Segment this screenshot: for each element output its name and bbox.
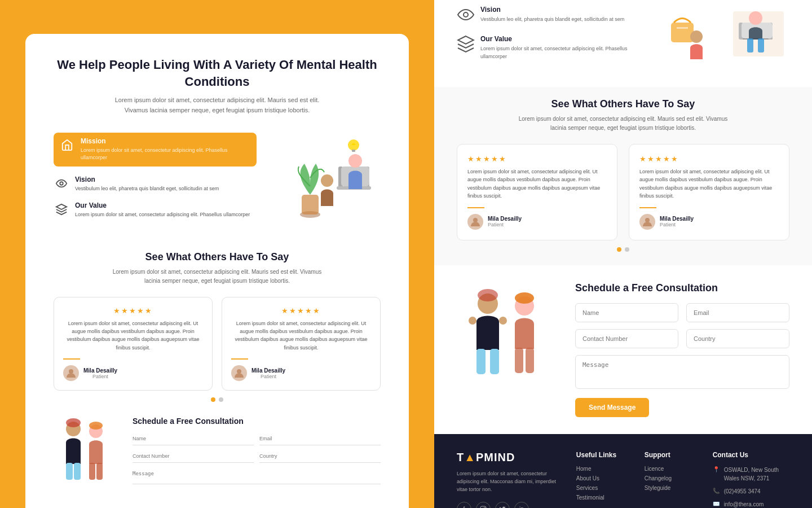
left-avatar-1 bbox=[63, 365, 79, 381]
right-message-input[interactable] bbox=[575, 355, 789, 389]
right-name-input[interactable] bbox=[575, 303, 678, 322]
right-author-1: Mila Desailly Patient bbox=[467, 214, 607, 230]
svg-point-28 bbox=[749, 11, 762, 25]
right-panel: Vision Vestibulum leo elit, pharetra qui… bbox=[434, 0, 812, 508]
right-testimonials-subtitle: Lorem ipsum dolor sit amet, consectetur … bbox=[516, 115, 730, 133]
footer-link-changelog[interactable]: Changelog bbox=[645, 475, 696, 481]
left-schedule-illustration bbox=[54, 413, 121, 494]
svg-rect-45 bbox=[526, 348, 534, 373]
left-country-input[interactable] bbox=[259, 450, 381, 463]
hero-illustration bbox=[268, 133, 381, 234]
social-linkedin[interactable]: in bbox=[514, 502, 529, 508]
footer-brand-col: T▲PMIND Lorem ipsum dolor sit amet, cons… bbox=[457, 451, 559, 508]
right-dot-2[interactable] bbox=[625, 247, 629, 252]
email-icon: ✉️ bbox=[713, 501, 720, 507]
hero-title: We Help People Living With A Variety Of … bbox=[54, 56, 381, 90]
svg-point-20 bbox=[66, 418, 81, 427]
right-email-input[interactable] bbox=[686, 303, 789, 322]
svg-point-0 bbox=[60, 182, 63, 185]
footer-link-home[interactable]: Home bbox=[576, 466, 628, 472]
right-dot-1[interactable] bbox=[617, 247, 621, 252]
right-top-illustration bbox=[643, 6, 789, 76]
features-row: Mission Lorem ipsum dolor sit amet, cons… bbox=[54, 133, 381, 234]
left-contact-input[interactable] bbox=[133, 450, 254, 463]
svg-rect-37 bbox=[476, 349, 486, 374]
svg-rect-30 bbox=[758, 38, 764, 52]
right-schedule-section: Schedule a Free Consultation Send Messag… bbox=[434, 265, 812, 434]
left-author-info-1: Mila Desailly Patient bbox=[83, 367, 117, 379]
svg-point-40 bbox=[469, 317, 476, 325]
footer-link-about[interactable]: About Us bbox=[576, 475, 628, 481]
mission-icon bbox=[59, 137, 75, 153]
phone-icon: 📞 bbox=[713, 488, 720, 494]
svg-point-43 bbox=[515, 292, 534, 304]
left-panel: We Help People Living With A Variety Of … bbox=[0, 0, 434, 508]
footer-phone-item: 📞 (02)4955 3474 bbox=[713, 487, 789, 496]
footer-grid: T▲PMIND Lorem ipsum dolor sit amet, cons… bbox=[457, 451, 789, 508]
footer-phone: (02)4955 3474 bbox=[724, 487, 761, 496]
footer-support-title: Support bbox=[645, 451, 696, 459]
left-message-input[interactable] bbox=[133, 467, 381, 484]
right-contact-input[interactable] bbox=[575, 329, 678, 348]
dot-2[interactable] bbox=[219, 397, 223, 402]
right-divider-2 bbox=[639, 207, 656, 208]
footer-support-col: Support Licence Changelog Styleguide bbox=[645, 451, 696, 508]
left-author-1: Mila Desailly Patient bbox=[63, 365, 203, 381]
right-author-2: Mila Desailly Patient bbox=[639, 214, 779, 230]
footer-link-services[interactable]: Services bbox=[576, 485, 628, 491]
left-testimonials-subtitle: Lorem ipsum dolor sit amet, consectetur … bbox=[110, 268, 324, 286]
left-name-input[interactable] bbox=[133, 432, 254, 445]
right-testimonial-card-1: ★★★★★ Lorem ipsum dolor sit amet, consec… bbox=[457, 144, 617, 240]
feature-mission[interactable]: Mission Lorem ipsum dolor sit amet, cons… bbox=[54, 133, 257, 167]
send-message-button[interactable]: Send Message bbox=[575, 398, 649, 417]
right-divider-1 bbox=[467, 207, 484, 208]
right-vision-text: Vision Vestibulum leo elit, pharetra qui… bbox=[480, 6, 624, 24]
footer: T▲PMIND Lorem ipsum dolor sit amet, cons… bbox=[434, 434, 812, 508]
right-testimonial-text-2: Lorem ipsum dolor sit amet, consectetur … bbox=[639, 168, 779, 200]
social-instagram[interactable] bbox=[476, 502, 491, 508]
social-facebook[interactable]: f bbox=[457, 502, 471, 508]
footer-link-licence[interactable]: Licence bbox=[645, 466, 696, 472]
left-email-input[interactable] bbox=[259, 432, 381, 445]
right-testimonials-grid: ★★★★★ Lorem ipsum dolor sit amet, consec… bbox=[457, 144, 789, 240]
left-stars-2: ★★★★★ bbox=[231, 306, 371, 315]
svg-point-39 bbox=[478, 289, 498, 301]
left-form-row-1 bbox=[133, 432, 381, 445]
left-carousel-dots bbox=[54, 397, 381, 402]
vision-icon bbox=[54, 176, 69, 191]
right-author-info-2: Mila Desailly Patient bbox=[660, 216, 694, 227]
right-schedule-form: Schedule a Free Consultation Send Messag… bbox=[575, 282, 789, 417]
footer-link-testimonial[interactable]: Testimonial bbox=[576, 494, 628, 501]
left-testimonial-card-1: ★★★★★ Lorem ipsum dolor sit amet, consec… bbox=[54, 297, 213, 391]
feature-vision[interactable]: Vision Vestibulum leo elit, pharetra qui… bbox=[54, 176, 257, 193]
svg-point-33 bbox=[690, 30, 703, 43]
left-testimonial-text-2: Lorem ipsum dolor sit amet, consectetur … bbox=[231, 319, 371, 352]
right-features-col: Vision Vestibulum leo elit, pharetra qui… bbox=[457, 6, 632, 60]
left-author-2: Mila Desailly Patient bbox=[231, 365, 371, 381]
left-testimonial-text-1: Lorem ipsum dolor sit amet, consectetur … bbox=[63, 319, 203, 352]
feature-vision-text: Vision Vestibulum leo elit, pharetra qui… bbox=[75, 176, 219, 193]
footer-useful-links-title: Useful Links bbox=[576, 451, 628, 459]
svg-point-22 bbox=[464, 12, 468, 17]
dot-1[interactable] bbox=[211, 397, 215, 402]
svg-point-41 bbox=[499, 317, 507, 325]
social-twitter[interactable] bbox=[495, 502, 510, 508]
right-feature-vision: Vision Vestibulum leo elit, pharetra qui… bbox=[457, 6, 632, 24]
left-divider-1 bbox=[63, 358, 80, 360]
svg-rect-29 bbox=[747, 38, 753, 52]
hero-subtitle: Lorem ipsum dolor sit amet, consectetur … bbox=[110, 95, 324, 115]
svg-rect-2 bbox=[302, 195, 319, 214]
svg-rect-32 bbox=[677, 27, 688, 29]
left-schedule-title: Schedule a Free Consultation bbox=[133, 417, 381, 426]
footer-address: OSWALD, New South Wales NSW, 2371 bbox=[724, 466, 789, 483]
svg-rect-18 bbox=[89, 463, 95, 480]
footer-link-styleguide[interactable]: Styleguide bbox=[645, 485, 696, 491]
feature-value[interactable]: Our Value Lorem ipsum dolor sit amet, co… bbox=[54, 202, 257, 219]
footer-logo: T▲PMIND bbox=[457, 451, 559, 464]
footer-address-item: 📍 OSWALD, New South Wales NSW, 2371 bbox=[713, 466, 789, 483]
right-avatar-2 bbox=[639, 214, 655, 230]
right-author-info-1: Mila Desailly Patient bbox=[488, 216, 522, 227]
right-stars-2: ★★★★★ bbox=[639, 155, 779, 163]
right-country-input[interactable] bbox=[686, 329, 789, 348]
footer-email: info@thera.com bbox=[724, 500, 764, 508]
